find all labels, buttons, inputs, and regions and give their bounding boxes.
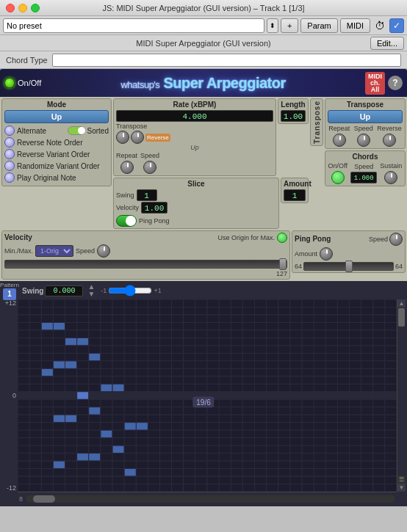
close-button[interactable] <box>6 4 15 12</box>
scrollbar-right[interactable]: ▲ ☰ ▼ <box>397 299 406 492</box>
pp-title: Ping Pong <box>295 235 331 243</box>
transpose-knob-2[interactable] <box>131 131 144 144</box>
minimize-button[interactable] <box>18 4 27 12</box>
play-original-row: Play Original Note <box>4 172 109 183</box>
repeat-knob[interactable] <box>120 161 134 174</box>
chords-speed-label: Speed <box>354 163 373 170</box>
scrollbar-bottom[interactable]: 8 <box>18 492 397 505</box>
grid-canvas[interactable] <box>18 299 397 492</box>
scrollbar-h-icon[interactable]: ☰ <box>397 475 406 484</box>
pp-speed-knob[interactable] <box>389 233 403 246</box>
t-speed-col: Speed <box>354 125 373 147</box>
midi-badge: MIDI ch. All <box>365 72 385 95</box>
pattern-down-arrow[interactable]: ▼ <box>87 291 95 298</box>
chords-onoff-label: On/Off <box>328 162 347 170</box>
edit-button[interactable]: Edit... <box>370 37 404 50</box>
amount-display[interactable]: 1 <box>284 189 306 201</box>
chords-onoff-col: On/Off <box>328 162 347 184</box>
velocity-large-panel: Velocity Use Origin for Max. Min./Max. 1… <box>1 230 290 280</box>
swing-big-value[interactable]: 0.000 <box>45 285 83 296</box>
scroll-up-arrow[interactable]: ▲ <box>397 299 406 307</box>
t-speed-knob[interactable] <box>357 134 370 147</box>
grid-left-labels: +12 0 -12 <box>1 299 18 492</box>
alternate-led[interactable] <box>4 125 15 136</box>
velocity-row: Velocity 1.00 <box>116 202 276 214</box>
play-original-led[interactable] <box>4 172 15 183</box>
chords-sustain-label: Sustain <box>380 162 402 170</box>
grid-wrapper: +12 0 -12 19/6 ▲ ☰ ▼ 8 <box>1 299 406 505</box>
reverse-variant-led[interactable] <box>4 149 15 159</box>
amount-panel: Amount 1 <box>281 178 309 203</box>
minmax-row: Min./Max. 1-Orig Speed <box>4 244 287 258</box>
scroll-down-arrow[interactable]: ▼ <box>397 484 406 492</box>
preset-arrow[interactable]: ⬍ <box>267 18 278 33</box>
range-max-label: +1 <box>154 287 161 294</box>
pingpong-toggle[interactable] <box>116 215 137 227</box>
chords-onoff-led[interactable] <box>331 171 345 184</box>
transpose-knob-1[interactable] <box>116 131 129 144</box>
use-origin-row: Use Origin for Max. <box>217 233 287 243</box>
velocity-slider[interactable] <box>4 260 287 269</box>
pp-slider[interactable] <box>303 262 394 271</box>
min-max-label: Min./Max. <box>4 247 33 255</box>
rate-length-row: Rate (xBPM) 4.000 Transpose Reverse Up R… <box>113 98 309 176</box>
fullscreen-button[interactable] <box>31 4 40 12</box>
transpose-vert-box: Transpose <box>310 98 323 146</box>
slice-amount-row: Slice Swing 1 Velocity 1.00 Ping Pong <box>113 178 309 229</box>
reverse-button[interactable]: Reverse <box>145 134 170 142</box>
check-button[interactable]: ✓ <box>389 18 404 33</box>
onoff-button[interactable]: On/Off <box>4 78 41 88</box>
sorted-toggle[interactable] <box>68 126 85 135</box>
chord-type-select[interactable] <box>52 54 401 67</box>
plugin-title-area: whatsup's Super Arpeggiator <box>41 75 365 92</box>
all-controls: Mode Up Alternate Sorted Reverse Note Or… <box>0 97 407 281</box>
chords-sustain-knob[interactable] <box>384 171 397 184</box>
velocity-display[interactable]: 1.00 <box>141 202 168 214</box>
reverse-variant-label: Reverse Variant Order <box>17 150 109 158</box>
ping-pong-large-panel: Ping Pong Speed Amount 64 64 <box>292 230 406 273</box>
chords-speed-display[interactable]: 1.000 <box>350 172 377 183</box>
pattern-label: Pattern <box>0 282 19 288</box>
onoff-label: On/Off <box>18 79 41 87</box>
plugin-wrapper: On/Off whatsup's Super Arpeggiator MIDI … <box>0 69 407 506</box>
pattern-arrows: ▲ ▼ <box>87 283 95 298</box>
help-button[interactable]: ? <box>388 76 403 90</box>
range-min-label: -1 <box>101 287 107 294</box>
clock-icon[interactable]: ⏱ <box>372 18 387 33</box>
origin-select[interactable]: 1-Orig <box>35 245 73 257</box>
swing-slider[interactable] <box>108 287 152 294</box>
grid-mid-label: 0 <box>1 392 18 399</box>
preset-select[interactable]: No preset <box>3 18 264 33</box>
pp-amount-row: Amount <box>295 247 403 260</box>
scrollbar-track-v <box>397 307 406 475</box>
v-speed-knob[interactable] <box>97 244 110 258</box>
chords-speed-col: Speed 1.000 <box>350 163 377 183</box>
sorted-label: Sorted <box>87 127 109 135</box>
midi-button[interactable]: MIDI <box>340 18 370 33</box>
transpose-sublabel: Transpose <box>116 123 273 130</box>
swing-display[interactable]: 1 <box>137 189 157 201</box>
pp-amount-knob[interactable] <box>320 247 333 260</box>
pattern-number[interactable]: 1 <box>3 288 16 300</box>
slider-value-row: 127 <box>4 270 287 277</box>
use-origin-led[interactable] <box>277 233 287 243</box>
transpose-mode-button[interactable]: Up <box>328 110 403 123</box>
length-display[interactable]: 1.00 <box>281 110 306 122</box>
plus-button[interactable]: + <box>281 18 298 33</box>
amount-title: Amount <box>284 180 306 188</box>
t-repeat-knob[interactable] <box>333 134 346 147</box>
repeat-speed-row: Repeat Speed <box>116 152 273 174</box>
mode-panel: Mode Up Alternate Sorted Reverse Note Or… <box>1 98 112 186</box>
rate-display[interactable]: 4.000 <box>116 110 273 122</box>
swing-big-label: Swing <box>22 287 43 295</box>
reverse-note-led[interactable] <box>4 137 15 147</box>
mode-button[interactable]: Up <box>4 110 109 123</box>
chords-title: Chords <box>328 153 403 161</box>
pp-amount-label: Amount <box>295 250 317 258</box>
t-reverse-knob[interactable] <box>383 134 396 147</box>
controls-row-1: Mode Up Alternate Sorted Reverse Note Or… <box>1 98 406 229</box>
mode-title: Mode <box>4 101 109 109</box>
param-button[interactable]: Param <box>300 18 337 33</box>
speed-knob[interactable] <box>143 161 156 174</box>
randomize-led[interactable] <box>4 161 15 171</box>
